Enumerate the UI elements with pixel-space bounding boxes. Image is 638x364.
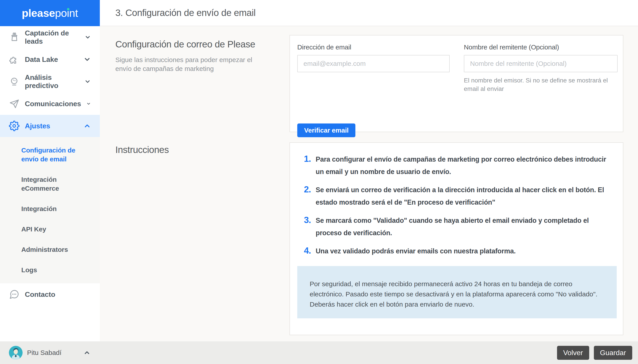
security-notice-box: Por seguridad, el mensaje recibido perma… [297, 266, 617, 318]
sender-name-helper-text: El nombre del emisor. Si no se define se… [464, 76, 617, 93]
sidebar-item-label: Análisis predictivo [25, 74, 79, 90]
chevron-down-icon [84, 78, 91, 85]
section-subheading: Sigue las instrucciones para poder empez… [115, 56, 262, 73]
sidebar-item-label: Ajustes [25, 122, 50, 130]
footer-bar: Pitu Sabadí Volver Guardar [0, 342, 638, 364]
step-text: Una vez validado podrás enviar emails co… [316, 245, 515, 257]
instructions-card: 1. Para configurar el envío de campañas … [290, 142, 623, 335]
instruction-step: 4. Una vez validado podrás enviar emails… [304, 245, 608, 257]
sender-name-input[interactable] [464, 55, 617, 72]
email-address-label: Dirección de email [297, 44, 450, 51]
instruction-step: 2. Se enviará un correo de verificación … [304, 184, 608, 208]
gear-icon [9, 120, 20, 131]
chevron-down-icon [85, 34, 91, 41]
logo-i-teal-dot: i [67, 7, 69, 19]
instruction-step: 1. Para configurar el envío de campañas … [304, 153, 608, 178]
submenu-item-configuracion-envio-email[interactable]: Configuración de envío de email [0, 140, 100, 169]
step-text: Para configurar el envío de campañas de … [316, 153, 608, 178]
step-number: 1. [304, 153, 316, 178]
page-header: 3. Configuración de envío de email [100, 0, 638, 26]
sidebar-item-contacto[interactable]: Contacto [0, 283, 100, 306]
paper-plane-icon [9, 98, 20, 109]
sidebar: pleasepoint Captación de leads [0, 0, 100, 342]
sidebar-item-label: Captación de leads [25, 29, 79, 46]
user-menu[interactable]: Pitu Sabadí [0, 342, 100, 364]
sidebar-item-analisis-predictivo[interactable]: Análisis predictivo [0, 70, 100, 93]
section-heading: Configuración de correo de Please [115, 39, 271, 50]
avatar [9, 346, 23, 360]
sidebar-item-ajustes[interactable]: Ajustes [0, 115, 100, 137]
pleasepoint-logo[interactable]: pleasepoint [0, 0, 100, 26]
logo-text-light-end: nt [69, 7, 78, 19]
footer-actions: Volver Guardar [557, 346, 632, 360]
step-number: 4. [304, 245, 316, 257]
logo-text-light: po [55, 7, 67, 19]
crystal-ball-icon [9, 76, 20, 87]
sidebar-nav: Captación de leads Data Lake [0, 26, 100, 306]
submenu-item-integracion-ecommerce[interactable]: Integración eCommerce [0, 169, 100, 199]
back-button[interactable]: Volver [557, 346, 589, 360]
main-content: Configuración de correo de Please Sigue … [100, 26, 638, 342]
chevron-up-icon [84, 349, 91, 356]
chat-bubble-icon [9, 289, 20, 300]
chevron-down-icon [86, 100, 91, 108]
email-address-input[interactable] [297, 55, 450, 72]
submenu-item-api-key[interactable]: API Key [0, 219, 100, 240]
ajustes-submenu: Configuración de envío de email Integrac… [0, 137, 100, 283]
sender-name-label: Nombre del remitente (Opcional) [464, 44, 617, 51]
save-button[interactable]: Guardar [594, 346, 632, 360]
step-number: 2. [304, 184, 316, 208]
section-email-config-intro: Configuración de correo de Please Sigue … [115, 39, 271, 73]
magic-hat-rabbit-icon [9, 32, 20, 42]
instruction-step: 3. Se marcará como "Validado" cuando se … [304, 214, 608, 239]
sidebar-item-data-lake[interactable]: Data Lake [0, 48, 100, 70]
sidebar-item-label: Data Lake [25, 56, 58, 64]
chevron-up-icon [84, 122, 91, 130]
submenu-item-administrators[interactable]: Administrators [0, 240, 100, 260]
submenu-item-integracion[interactable]: Integración [0, 199, 100, 219]
logo-text-bold: please [22, 7, 55, 19]
sidebar-item-comunicaciones[interactable]: Comunicaciones [0, 93, 100, 115]
sidebar-item-label: Comunicaciones [25, 100, 81, 108]
section-instructions-intro: Instrucciones [115, 144, 169, 155]
sidebar-item-label: Contacto [25, 290, 55, 298]
puzzle-icon [9, 54, 20, 65]
sidebar-item-captacion-de-leads[interactable]: Captación de leads [0, 26, 100, 48]
step-text: Se enviará un correo de verificación a l… [316, 184, 608, 208]
chevron-down-icon [84, 56, 91, 63]
email-config-card: Dirección de email Nombre del remitente … [290, 35, 623, 132]
submenu-item-logs[interactable]: Logs [0, 260, 100, 280]
verify-email-button[interactable]: Verificar email [297, 124, 355, 137]
step-text: Se marcará como "Validado" cuando se hay… [316, 214, 608, 239]
step-number: 3. [304, 214, 316, 239]
user-name: Pitu Sabadí [27, 349, 62, 356]
page-title: 3. Configuración de envío de email [115, 8, 256, 18]
section-heading: Instrucciones [115, 144, 169, 155]
